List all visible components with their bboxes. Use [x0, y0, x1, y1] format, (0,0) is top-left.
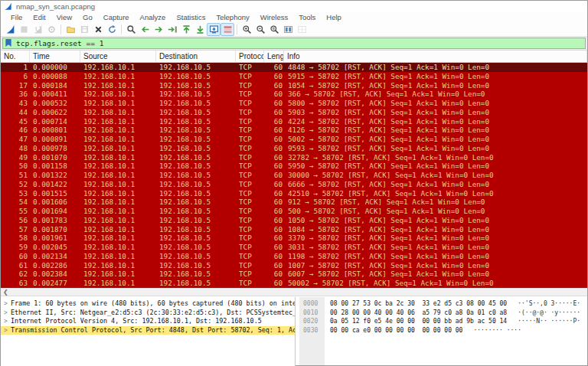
hex-offset: 0000: [299, 299, 325, 309]
menu-telephony[interactable]: Telephony: [211, 13, 254, 21]
hex-row-0000[interactable]: 000008 00 27 53 0c ba 2c 30 33 e2 d5 c3 …: [299, 299, 587, 309]
packet-row-53[interactable]: 530.001515192.168.10.1192.168.10.5TCP604…: [1, 189, 587, 198]
packet-row-54[interactable]: 540.001606192.168.10.1192.168.10.5TCP609…: [1, 198, 587, 207]
cell-src: 192.168.10.1: [80, 216, 156, 225]
detail-line[interactable]: >Transmission Control Protocol, Src Port…: [1, 326, 295, 335]
packet-row-63[interactable]: 630.002477192.168.10.1192.168.10.5TCP605…: [1, 279, 587, 288]
next-packet-icon[interactable]: [152, 23, 165, 36]
packet-row-50[interactable]: 500.001158192.168.10.1192.168.10.5TCP605…: [1, 162, 587, 171]
display-filter-input[interactable]: tcp.flags.reset == 1: [2, 38, 586, 49]
horizontal-scrollbar[interactable]: ❮: [1, 288, 587, 296]
column-header-destination[interactable]: Destination: [156, 51, 236, 62]
packet-row-17[interactable]: 170.000184192.168.10.1192.168.10.5TCP601…: [1, 81, 587, 90]
resize-columns-icon[interactable]: [281, 23, 295, 36]
close-file-icon[interactable]: [91, 23, 105, 36]
hex-bytes[interactable]: 08 00 27 53 0c ba 2c 30 33 e2 d5 c3 08 0…: [325, 299, 507, 309]
packet-row-52[interactable]: 520.001422192.168.10.1192.168.10.5TCP606…: [1, 180, 587, 189]
cell-src: 192.168.10.1: [80, 135, 156, 144]
zoom-in-icon[interactable]: [240, 23, 253, 36]
column-header-no[interactable]: No.: [1, 51, 30, 62]
hex-ascii[interactable]: ·····N·· ······P·: [507, 317, 580, 326]
colorize-icon[interactable]: [220, 23, 234, 36]
zoom-reset-icon[interactable]: [267, 23, 281, 36]
hex-ascii[interactable]: ········ ····: [462, 326, 521, 335]
expand-chevron-icon[interactable]: >: [4, 317, 8, 326]
open-file-icon[interactable]: [64, 23, 77, 36]
menu-analyze[interactable]: Analyze: [135, 13, 172, 21]
menu-capture[interactable]: Capture: [98, 13, 135, 21]
packet-row-45[interactable]: 450.000714192.168.10.1192.168.10.5TCP604…: [1, 117, 587, 126]
packet-row-43[interactable]: 430.000532192.168.10.1192.168.10.5TCP605…: [1, 99, 587, 108]
packet-row-36[interactable]: 360.000411192.168.10.1192.168.10.5TCP603…: [1, 90, 587, 99]
menu-go[interactable]: Go: [77, 13, 98, 21]
expand-chevron-icon[interactable]: >: [4, 309, 8, 318]
packet-row-57[interactable]: 570.001870192.168.10.1192.168.10.5TCP601…: [1, 225, 587, 234]
menu-file[interactable]: File: [5, 13, 28, 21]
detail-line[interactable]: >Internet Protocol Version 4, Src: 192.1…: [1, 317, 295, 326]
packet-row-61[interactable]: 610.002286192.168.10.1192.168.10.5TCP601…: [1, 261, 587, 270]
packet-list[interactable]: 10.000000192.168.10.1192.168.10.5TCP6048…: [1, 63, 587, 288]
cell-pro: TCP: [236, 63, 264, 72]
column-header-length[interactable]: Length: [264, 51, 284, 62]
previous-packet-icon[interactable]: [138, 23, 152, 36]
hex-bytes[interactable]: 0a 05 12 f0 e5 4e 00 00 00 00 bb ad 9b a…: [325, 317, 507, 326]
packet-row-48[interactable]: 480.000978192.168.10.1192.168.10.5TCP609…: [1, 144, 587, 153]
expand-chevron-icon[interactable]: >: [4, 299, 8, 309]
packet-row-56[interactable]: 560.001783192.168.10.1192.168.10.5TCP601…: [1, 216, 587, 225]
menu-edit[interactable]: Edit: [28, 13, 51, 21]
cell-no: 46: [1, 126, 30, 135]
first-packet-icon[interactable]: [179, 23, 193, 36]
cell-len: 60: [264, 225, 284, 234]
column-header-source[interactable]: Source: [80, 51, 156, 62]
cell-len: 60: [264, 216, 284, 225]
packet-row-49[interactable]: 490.001070192.168.10.1192.168.10.5TCP603…: [1, 153, 587, 162]
menu-tools[interactable]: Tools: [293, 13, 321, 21]
hex-ascii[interactable]: ··'S··,0 3·····E·: [507, 299, 580, 309]
auto-scroll-icon[interactable]: [207, 23, 220, 36]
hex-row-0030[interactable]: 003000 00 ca e0 00 00 00 00 00 00 00 00·…: [299, 326, 587, 335]
packet-details-pane[interactable]: >Frame 1: 60 bytes on wire (480 bits), 6…: [1, 297, 296, 366]
cell-time: 0.001870: [30, 225, 80, 234]
hex-row-0020[interactable]: 00200a 05 12 f0 e5 4e 00 00 00 00 bb ad …: [299, 317, 587, 326]
go-to-packet-icon[interactable]: [165, 23, 179, 36]
packet-row-60[interactable]: 600.002134192.168.10.1192.168.10.5TCP601…: [1, 252, 587, 261]
menu-wireless[interactable]: Wireless: [255, 13, 293, 21]
hex-ascii[interactable]: ·(··@·@· ·y······: [507, 309, 580, 318]
packet-row-47[interactable]: 470.000891192.168.10.1192.168.10.5TCP605…: [1, 135, 587, 144]
detail-line[interactable]: >Frame 1: 60 bytes on wire (480 bits), 6…: [1, 299, 295, 309]
packet-row-44[interactable]: 440.000622192.168.10.1192.168.10.5TCP605…: [1, 108, 587, 117]
column-header-time[interactable]: Time: [30, 51, 80, 62]
cell-pro: TCP: [236, 144, 264, 153]
expand-chevron-icon[interactable]: >: [4, 326, 8, 335]
hex-bytes[interactable]: 00 00 ca e0 00 00 00 00 00 00 00 00: [325, 326, 462, 335]
scroll-left-arrow-icon[interactable]: ❮: [1, 289, 11, 296]
packet-row-62[interactable]: 620.002384192.168.10.1192.168.10.5TCP606…: [1, 270, 587, 279]
cell-no: 45: [1, 117, 30, 126]
menu-statistics[interactable]: Statistics: [171, 13, 211, 21]
cell-info: 1054 → 58702 [RST, ACK] Seq=1 Ack=1 Win=…: [284, 81, 587, 90]
packet-row-58[interactable]: 580.001961192.168.10.1192.168.10.5TCP603…: [1, 234, 587, 243]
column-header-info[interactable]: Info: [284, 51, 587, 62]
packet-row-55[interactable]: 550.001694192.168.10.1192.168.10.5TCP605…: [1, 207, 587, 216]
column-header-protocol[interactable]: Protocol: [236, 51, 264, 62]
reload-file-icon[interactable]: [105, 23, 119, 36]
packet-row-1[interactable]: 10.000000192.168.10.1192.168.10.5TCP6048…: [1, 63, 587, 72]
packet-row-59[interactable]: 590.002045192.168.10.1192.168.10.5TCP603…: [1, 243, 587, 252]
packet-row-6[interactable]: 60.000088192.168.10.1192.168.10.5TCP6059…: [1, 72, 587, 81]
start-capture-icon[interactable]: [3, 23, 17, 36]
last-packet-icon[interactable]: [193, 23, 207, 36]
cell-pro: TCP: [236, 153, 264, 162]
cell-len: 60: [264, 252, 284, 261]
hex-row-0010[interactable]: 001000 28 00 00 40 00 40 06 a5 79 c0 a8 …: [299, 309, 587, 318]
hex-bytes[interactable]: 00 28 00 00 40 00 40 06 a5 79 c0 a8 0a 0…: [325, 309, 507, 318]
detail-line[interactable]: >Ethernet II, Src: Netgear_e2:d5:c3 (2c:…: [1, 309, 295, 318]
packet-row-46[interactable]: 460.000801192.168.10.1192.168.10.5TCP604…: [1, 126, 587, 135]
packet-bytes-pane[interactable]: 000008 00 27 53 0c ba 2c 30 33 e2 d5 c3 …: [299, 297, 587, 365]
packet-row-51[interactable]: 510.001322192.168.10.1192.168.10.5TCP603…: [1, 171, 587, 180]
menu-view[interactable]: View: [51, 13, 77, 21]
filter-expression[interactable]: tcp.flags.reset == 1: [16, 39, 103, 47]
zoom-out-icon[interactable]: [253, 23, 267, 36]
find-packet-icon[interactable]: [124, 23, 138, 36]
filter-bookmark-icon[interactable]: [5, 39, 12, 47]
menu-help[interactable]: Help: [321, 13, 347, 21]
